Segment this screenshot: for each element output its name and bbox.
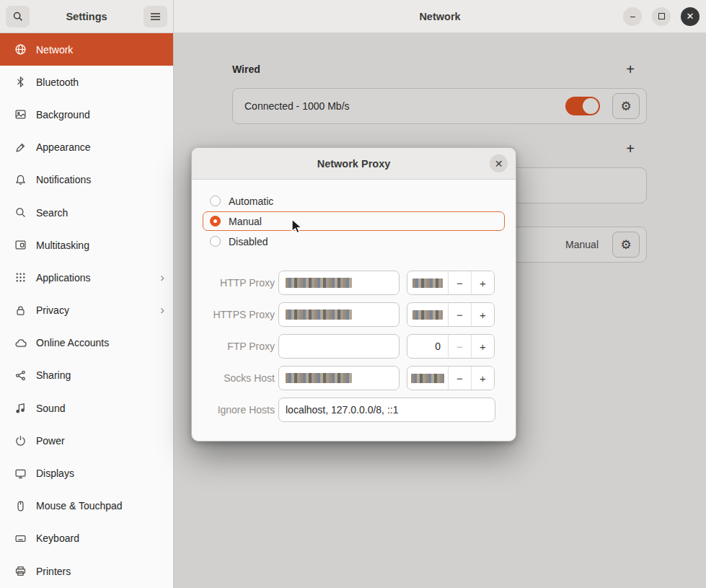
sidebar-item-label: Bluetooth bbox=[36, 76, 164, 88]
http-port-value[interactable] bbox=[407, 271, 448, 294]
sidebar-item-displays[interactable]: Displays bbox=[0, 457, 173, 489]
https-proxy-input[interactable] bbox=[278, 302, 400, 327]
close-icon: ✕ bbox=[495, 158, 503, 170]
sidebar-item-label: Search bbox=[36, 207, 164, 219]
https-proxy-row: HTTPS Proxy − + bbox=[203, 302, 505, 327]
ftp-port-spinner: 0 − + bbox=[407, 334, 495, 359]
decrement-button[interactable]: − bbox=[448, 367, 471, 390]
ftp-proxy-input[interactable] bbox=[278, 334, 400, 359]
proxy-option-manual[interactable]: Manual bbox=[203, 211, 505, 231]
https-port-value[interactable] bbox=[407, 303, 448, 326]
sidebar: Settings Network Bluetooth bbox=[0, 0, 174, 588]
proxy-option-automatic[interactable]: Automatic bbox=[203, 191, 505, 211]
socks-host-input[interactable] bbox=[278, 366, 400, 390]
increment-button[interactable]: + bbox=[471, 367, 494, 390]
redacted-value bbox=[286, 373, 352, 383]
increment-button[interactable]: + bbox=[471, 335, 494, 358]
ignore-hosts-label: Ignore Hosts bbox=[203, 404, 275, 416]
redacted-value bbox=[412, 278, 443, 288]
sidebar-item-mouse-touchpad[interactable]: Mouse & Touchpad bbox=[0, 490, 173, 522]
printer-icon bbox=[14, 565, 27, 578]
sidebar-item-sound[interactable]: Sound bbox=[0, 392, 173, 424]
proxy-option-disabled[interactable]: Disabled bbox=[203, 232, 505, 251]
window-controls: − ✕ bbox=[623, 0, 700, 32]
background-icon bbox=[14, 108, 27, 121]
socks-port-value[interactable] bbox=[407, 367, 448, 390]
sidebar-item-label: Keyboard bbox=[36, 532, 164, 544]
minimize-button[interactable]: − bbox=[623, 7, 642, 26]
sidebar-item-online-accounts[interactable]: Online Accounts bbox=[0, 327, 173, 359]
keyboard-icon bbox=[14, 532, 27, 545]
redacted-value bbox=[411, 374, 444, 383]
close-icon: ✕ bbox=[687, 11, 694, 22]
ftp-proxy-label: FTP Proxy bbox=[203, 341, 275, 352]
http-proxy-input[interactable] bbox=[278, 271, 400, 295]
dialog-body: Automatic Manual Disabled HTTP Proxy − +… bbox=[192, 180, 516, 422]
sidebar-headerbar: Settings bbox=[0, 0, 173, 33]
sidebar-item-label: Online Accounts bbox=[36, 337, 164, 348]
power-icon bbox=[14, 434, 27, 447]
socks-host-row: Socks Host − + bbox=[203, 366, 505, 390]
ignore-hosts-input[interactable]: localhost, 127.0.0.0/8, ::1 bbox=[278, 398, 495, 422]
sidebar-item-keyboard[interactable]: Keyboard bbox=[0, 522, 173, 555]
hamburger-icon bbox=[150, 12, 161, 21]
sidebar-title: Settings bbox=[30, 11, 144, 22]
menu-button[interactable] bbox=[144, 6, 167, 27]
redacted-value bbox=[286, 310, 352, 320]
network-proxy-dialog: Network Proxy ✕ Automatic Manual Disable… bbox=[191, 147, 516, 442]
maximize-icon bbox=[658, 13, 665, 19]
increment-button[interactable]: + bbox=[471, 271, 494, 294]
close-button[interactable]: ✕ bbox=[681, 7, 700, 26]
bluetooth-icon bbox=[14, 76, 27, 89]
sidebar-item-label: Network bbox=[36, 44, 164, 56]
mouse-icon bbox=[14, 499, 27, 512]
cloud-icon bbox=[14, 336, 27, 349]
decrement-button[interactable]: − bbox=[448, 335, 471, 358]
sidebar-item-label: Multitasking bbox=[36, 240, 164, 251]
option-label: Disabled bbox=[229, 236, 268, 247]
ftp-port-value[interactable]: 0 bbox=[407, 335, 448, 358]
dialog-headerbar: Network Proxy ✕ bbox=[192, 148, 516, 180]
decrement-button[interactable]: − bbox=[448, 271, 471, 294]
sidebar-item-notifications[interactable]: Notifications bbox=[0, 164, 173, 196]
socks-host-label: Socks Host bbox=[203, 372, 275, 384]
share-icon bbox=[14, 369, 27, 382]
sidebar-item-printers[interactable]: Printers bbox=[0, 555, 173, 587]
socks-port-spinner: − + bbox=[407, 366, 495, 390]
radio-checked-icon bbox=[210, 216, 221, 227]
increment-button[interactable]: + bbox=[471, 303, 494, 326]
sidebar-item-background[interactable]: Background bbox=[0, 98, 173, 131]
sidebar-item-network[interactable]: Network bbox=[0, 33, 173, 66]
monitor-icon bbox=[14, 467, 27, 480]
main-headerbar: Network − ✕ bbox=[174, 0, 706, 33]
minimize-icon: − bbox=[630, 11, 635, 22]
radio-unchecked-icon bbox=[210, 236, 221, 247]
decrement-button[interactable]: − bbox=[448, 303, 471, 326]
sidebar-item-appearance[interactable]: Appearance bbox=[0, 131, 173, 164]
http-proxy-row: HTTP Proxy − + bbox=[203, 271, 505, 295]
maximize-button[interactable] bbox=[652, 7, 671, 26]
sidebar-item-applications[interactable]: Applications › bbox=[0, 261, 173, 294]
option-label: Manual bbox=[229, 216, 262, 227]
https-port-spinner: − + bbox=[407, 302, 495, 327]
dialog-title: Network Proxy bbox=[317, 158, 391, 170]
redacted-value bbox=[286, 278, 352, 288]
option-label: Automatic bbox=[229, 196, 273, 207]
sidebar-item-sharing[interactable]: Sharing bbox=[0, 359, 173, 392]
search-button[interactable] bbox=[6, 6, 30, 27]
sidebar-item-label: Displays bbox=[36, 468, 164, 479]
sidebar-item-privacy[interactable]: Privacy › bbox=[0, 294, 173, 327]
sidebar-item-power[interactable]: Power bbox=[0, 424, 173, 457]
network-icon bbox=[14, 43, 27, 56]
sidebar-item-label: Background bbox=[36, 109, 164, 120]
sidebar-item-multitasking[interactable]: Multitasking bbox=[0, 229, 173, 261]
https-proxy-label: HTTPS Proxy bbox=[203, 309, 275, 320]
sidebar-item-label: Mouse & Touchpad bbox=[36, 500, 164, 512]
magnifier-icon bbox=[14, 206, 27, 219]
http-port-spinner: − + bbox=[407, 271, 495, 295]
dialog-close-button[interactable]: ✕ bbox=[490, 154, 508, 172]
sidebar-item-bluetooth[interactable]: Bluetooth bbox=[0, 66, 173, 98]
redacted-value bbox=[412, 310, 443, 320]
sidebar-item-search[interactable]: Search bbox=[0, 196, 173, 229]
proxy-form: HTTP Proxy − + HTTPS Proxy − + FTP Pro bbox=[203, 271, 505, 422]
